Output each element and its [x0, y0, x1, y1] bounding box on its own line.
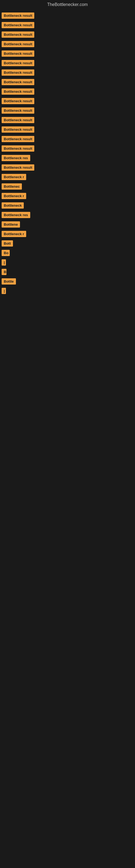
- list-item[interactable]: |: [2, 259, 133, 267]
- bottleneck-label: B: [2, 269, 6, 275]
- bottleneck-label: Bottleneck result: [2, 98, 34, 104]
- list-item[interactable]: Bottleneck res: [2, 155, 133, 162]
- list-item[interactable]: |: [2, 288, 133, 295]
- list-item[interactable]: Bottlenec: [2, 183, 133, 191]
- list-item[interactable]: Bottleneck result: [2, 12, 133, 20]
- items-container: Bottleneck resultBottleneck resultBottle…: [0, 9, 135, 299]
- list-item[interactable]: Bottleneck result: [2, 79, 133, 86]
- bottleneck-label: Bottleneck result: [2, 41, 34, 47]
- list-item[interactable]: Bottle: [2, 278, 133, 286]
- bottleneck-label: Bottleneck result: [2, 107, 34, 114]
- bottleneck-label: Bottleneck: [2, 203, 24, 209]
- list-item[interactable]: Bottleneck result: [2, 41, 133, 48]
- bottleneck-label: Bo: [2, 250, 10, 256]
- list-item[interactable]: B: [2, 269, 133, 276]
- bottleneck-label: Bottleneck result: [2, 136, 34, 142]
- list-item[interactable]: Bottleneck result: [2, 136, 133, 143]
- list-item[interactable]: Bottleneck result: [2, 60, 133, 67]
- list-item[interactable]: Bottleneck result: [2, 126, 133, 134]
- bottleneck-label: Bottleneck result: [2, 88, 34, 95]
- bottleneck-label: |: [2, 259, 6, 266]
- list-item[interactable]: Bottleneck: [2, 203, 133, 210]
- list-item[interactable]: Bottleneck r: [2, 231, 133, 238]
- bottleneck-label: Bottleneck result: [2, 51, 34, 57]
- site-title: TheBottlenecker.com: [0, 0, 135, 9]
- list-item[interactable]: Bottleneck result: [2, 98, 133, 105]
- bottleneck-label: Bottleneck res: [2, 212, 30, 218]
- bottleneck-label: Bottlene: [2, 221, 20, 227]
- list-item[interactable]: Bottleneck result: [2, 51, 133, 58]
- list-item[interactable]: Bottleneck res: [2, 212, 133, 219]
- bottleneck-label: Bottle: [2, 278, 16, 284]
- bottleneck-label: Bottleneck r: [2, 174, 26, 180]
- list-item[interactable]: Bottleneck result: [2, 69, 133, 77]
- list-item[interactable]: Bott: [2, 240, 133, 248]
- list-item[interactable]: Bottleneck result: [2, 88, 133, 96]
- bottleneck-label: Bottleneck result: [2, 145, 34, 152]
- list-item[interactable]: Bottleneck result: [2, 164, 133, 172]
- bottleneck-label: Bottleneck result: [2, 126, 34, 133]
- list-item[interactable]: Bottlene: [2, 221, 133, 229]
- bottleneck-label: Bottleneck result: [2, 164, 34, 170]
- bottleneck-label: Bottleneck r: [2, 193, 26, 199]
- list-item[interactable]: Bottleneck result: [2, 117, 133, 124]
- bottleneck-label: Bottleneck result: [2, 22, 34, 28]
- bottleneck-label: Bottleneck res: [2, 155, 30, 161]
- list-item[interactable]: Bottleneck result: [2, 22, 133, 29]
- title-text: TheBottlenecker.com: [47, 2, 88, 7]
- bottleneck-label: Bottleneck r: [2, 231, 26, 237]
- bottleneck-label: Bottleneck result: [2, 79, 34, 85]
- list-item[interactable]: Bo: [2, 250, 133, 257]
- bottleneck-label: Bottleneck result: [2, 60, 34, 66]
- bottleneck-label: Bottleneck result: [2, 117, 34, 123]
- list-item[interactable]: Bottleneck r: [2, 174, 133, 181]
- list-item[interactable]: Bottleneck result: [2, 107, 133, 115]
- bottleneck-label: Bott: [2, 240, 13, 247]
- list-item[interactable]: Bottleneck result: [2, 31, 133, 39]
- list-item[interactable]: Bottleneck r: [2, 193, 133, 200]
- list-item[interactable]: Bottleneck result: [2, 145, 133, 153]
- bottleneck-label: Bottlenec: [2, 183, 22, 190]
- bottleneck-label: Bottleneck result: [2, 12, 34, 19]
- bottleneck-label: Bottleneck result: [2, 31, 34, 38]
- bottleneck-label: Bottleneck result: [2, 69, 34, 76]
- bottleneck-label: |: [2, 288, 6, 294]
